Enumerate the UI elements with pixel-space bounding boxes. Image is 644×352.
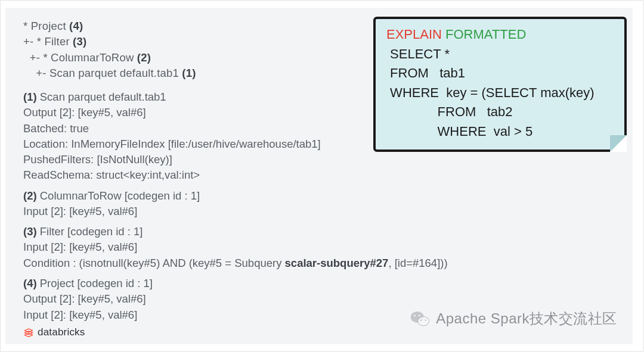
sql-line-6: WHERE val > 5 [386,122,614,142]
detail-num: (2) [23,189,40,202]
plan-row-2-num: (3) [73,35,86,48]
cond-suffix: , [id=#164])) [388,257,447,269]
wechat-watermark: Apache Spark技术交流社区 [410,309,617,329]
detail-num: (3) [23,225,40,238]
sql-line-4: WHERE key = (SELECT max(key) [386,83,614,103]
svg-point-4 [421,319,422,320]
detail-title: (3) Filter [codegen id : 1] [23,224,621,239]
cond-bold: scalar-subquery#27 [285,257,389,269]
detail-line: Output [2]: [key#5, val#6] [23,291,621,307]
detail-title: (2) ColumnarToRow [codegen id : 1] [23,188,621,204]
databricks-logo: databricks [23,326,85,338]
detail-title-text: Project [codegen id : 1] [40,277,153,289]
plan-row-2-text: +- * Filter [23,35,73,48]
detail-title-text: Scan parquet default.tab1 [40,91,166,103]
page-frame: * Project (4) +- * Filter (3) +- * Colum… [0,0,644,352]
detail-line: PushedFilters: [IsNotNull(key)] [23,152,621,167]
sql-explain: EXPLAIN [386,27,442,42]
detail-line: Input [2]: [key#5, val#6] [23,204,621,219]
slide: * Project (4) +- * Filter (3) +- * Colum… [5,8,633,344]
sql-formatted: FORMATTED [442,27,526,42]
sql-line-5: FROM tab2 [386,102,614,122]
detail-line: ReadSchema: struct<key:int,val:int> [23,167,621,183]
detail-block-3: (3) Filter [codegen id : 1] Input [2]: [… [23,224,621,271]
detail-title: (4) Project [codegen id : 1] [23,276,621,291]
plan-row-3-text: +- * ColumnarToRow [23,51,137,64]
plan-row-1-text: * Project [23,20,69,32]
logo-text: databricks [38,326,85,338]
detail-title-text: Filter [codegen id : 1] [40,225,143,238]
plan-row-4-text: +- Scan parquet default.tab1 [23,67,182,79]
svg-point-1 [418,317,429,326]
cond-prefix: Condition : (isnotnull(key#5) AND (key#5… [23,257,285,269]
detail-block-2: (2) ColumnarToRow [codegen id : 1] Input… [23,188,621,220]
detail-condition: Condition : (isnotnull(key#5) AND (key#5… [23,256,621,271]
svg-point-5 [425,319,426,320]
detail-num: (1) [23,91,40,103]
sql-line-2: SELECT * [386,45,614,64]
sql-line-1: EXPLAIN FORMATTED [386,25,614,45]
detail-title-text: ColumnarToRow [codegen id : 1] [40,189,200,202]
sql-line-3: FROM tab1 [386,64,614,83]
page-fold-icon [610,135,627,152]
sql-box: EXPLAIN FORMATTED SELECT * FROM tab1 WHE… [373,17,627,152]
wechat-icon [410,309,430,329]
detail-line: Input [2]: [key#5, val#6] [23,239,621,255]
plan-row-4-num: (1) [182,67,196,79]
watermark-text: Apache Spark技术交流社区 [436,309,617,328]
svg-point-3 [419,315,420,317]
svg-point-2 [414,315,416,317]
plan-row-1-num: (4) [69,20,83,32]
plan-row-3-num: (2) [137,51,151,64]
databricks-icon [23,327,34,338]
detail-num: (4) [23,277,40,289]
